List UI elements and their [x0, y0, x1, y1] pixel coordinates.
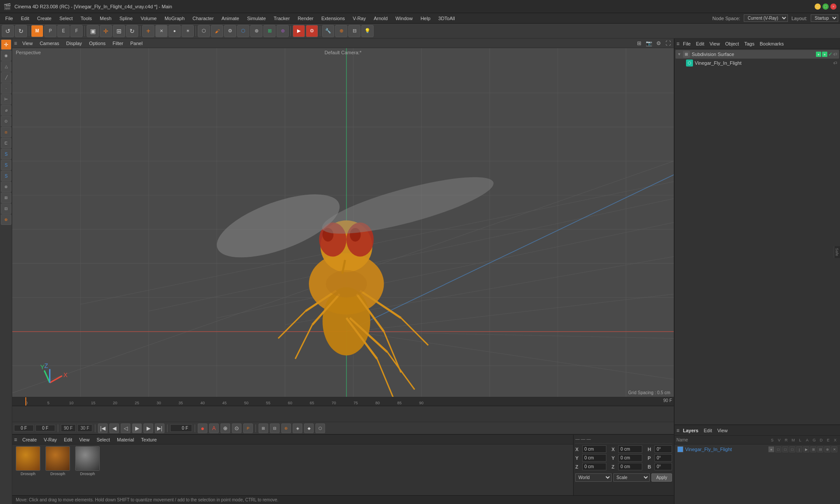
- x-rot-input[interactable]: [618, 445, 642, 453]
- tool-paint[interactable]: ⊕: [1, 214, 11, 225]
- timeline-options-5[interactable]: ◆: [304, 424, 314, 433]
- pos-record-button[interactable]: P: [243, 424, 253, 433]
- world-select[interactable]: World: [575, 473, 612, 482]
- mat-menu-view[interactable]: View: [77, 436, 91, 443]
- vp-icon-camera[interactable]: 📷: [645, 39, 653, 47]
- material-item-2[interactable]: Drosoph: [74, 446, 102, 494]
- close-button[interactable]: ×: [830, 4, 836, 10]
- vp-menu-filter[interactable]: Filter: [111, 40, 125, 47]
- tool-live-select[interactable]: ◉: [1, 50, 11, 61]
- layer-icon-s[interactable]: ●: [768, 446, 774, 452]
- minimize-button[interactable]: −: [815, 4, 821, 10]
- menu-simulate[interactable]: Simulate: [244, 15, 270, 22]
- timeline-ruler[interactable]: 0 5 10 15 20 25 30 35 40 45 50 55 60 65: [12, 397, 674, 406]
- tool-polygon[interactable]: △: [1, 61, 11, 72]
- layer-icon-d[interactable]: ⊟: [817, 446, 823, 452]
- obj-hamburger-icon[interactable]: ≡: [676, 41, 679, 47]
- menu-create[interactable]: Create: [34, 15, 55, 22]
- timeline-options-6[interactable]: ⬡: [315, 424, 325, 433]
- undo-button[interactable]: ↺: [2, 25, 14, 37]
- layer-hamburger-icon[interactable]: ≡: [676, 427, 679, 434]
- timeline-options-2[interactable]: ⊟: [270, 424, 280, 433]
- layer-icon-v[interactable]: □: [775, 446, 781, 452]
- timeline-track[interactable]: [12, 406, 674, 422]
- rotate-tool-button[interactable]: ↻: [126, 25, 138, 37]
- goto-start-button[interactable]: |◀: [98, 424, 108, 433]
- play-button[interactable]: ▶: [132, 424, 142, 433]
- menu-window[interactable]: Window: [392, 15, 416, 22]
- effector-button[interactable]: ⊕: [276, 25, 289, 37]
- select-tool-button[interactable]: ▣: [87, 25, 99, 37]
- camera-button[interactable]: ●: [168, 25, 181, 37]
- viewport[interactable]: ≡ View Cameras Display Options Filter Pa…: [12, 38, 674, 397]
- tool-magnet[interactable]: ⊗: [1, 182, 11, 192]
- object-row-subdivision[interactable]: ▼ ⊞ Subdivision Surface ● ● ✓ 🏷: [676, 50, 839, 59]
- tool-s-pen[interactable]: S: [1, 149, 11, 159]
- vp-menu-cameras[interactable]: Cameras: [38, 40, 61, 47]
- menu-edit[interactable]: Edit: [18, 15, 33, 22]
- play-reverse-button[interactable]: ◁: [121, 424, 130, 433]
- tool-bevel[interactable]: ⊏: [1, 138, 11, 148]
- mat-menu-material[interactable]: Material: [115, 436, 136, 443]
- tool-grid[interactable]: ⊞: [1, 192, 11, 203]
- obj-menu-object[interactable]: Object: [723, 40, 741, 47]
- z-pos-input[interactable]: [582, 463, 606, 470]
- layer-icon-a[interactable]: ▶: [803, 446, 809, 452]
- deform-button[interactable]: ⬡: [237, 25, 249, 37]
- axis-center-button[interactable]: ⊕: [335, 25, 347, 37]
- menu-spline[interactable]: Spline: [116, 15, 136, 22]
- snap-button[interactable]: 🔧: [322, 25, 334, 37]
- tool-bridge[interactable]: ⌀: [1, 105, 11, 116]
- menu-tracker[interactable]: Tracker: [270, 15, 294, 22]
- apply-button[interactable]: Apply: [651, 473, 672, 482]
- tool-loop-sel[interactable]: ⊙: [1, 116, 11, 126]
- timeline-playhead[interactable]: [25, 397, 26, 406]
- object-row-fly[interactable]: ⬡ Vinegar_Fly_In_Flight 🏷: [676, 59, 839, 67]
- render-settings-button[interactable]: ⚙: [306, 25, 318, 37]
- window-controls[interactable]: − □ ×: [815, 4, 836, 10]
- layer-row-fly[interactable]: Vinegar_Fly_In_Flight ● □ □ □ | ▶ ⊞ ⊟ ⊕ …: [676, 445, 839, 453]
- motion-record-button[interactable]: ⊙: [232, 424, 242, 433]
- obj-menu-tags[interactable]: Tags: [742, 40, 756, 47]
- menu-character[interactable]: Character: [189, 15, 217, 22]
- redo-button[interactable]: ↻: [15, 25, 27, 37]
- y-pos-input[interactable]: [582, 454, 606, 462]
- move-tool-button[interactable]: ✛: [100, 25, 112, 37]
- h-input[interactable]: [654, 445, 672, 453]
- mat-menu-create[interactable]: Create: [21, 436, 38, 443]
- vp-icon-expand[interactable]: ⊞: [635, 39, 643, 47]
- z-rot-input[interactable]: [618, 463, 642, 470]
- p-input[interactable]: [654, 454, 672, 462]
- vp-icon-maximize[interactable]: ⛶: [664, 39, 672, 47]
- menu-file[interactable]: File: [2, 15, 17, 22]
- generator-button[interactable]: ⊞: [263, 25, 276, 37]
- record-button[interactable]: ●: [198, 424, 207, 433]
- autokey-button[interactable]: A: [209, 424, 219, 433]
- timeline-options-1[interactable]: ⊞: [259, 424, 268, 433]
- obj-menu-bookmarks[interactable]: Bookmarks: [758, 40, 785, 47]
- sculpt-button[interactable]: ⚙: [224, 25, 236, 37]
- goto-end-button[interactable]: ▶|: [155, 424, 164, 433]
- timeline-options-4[interactable]: ◈: [293, 424, 302, 433]
- cube-button[interactable]: ⬡: [198, 25, 210, 37]
- obj-menu-view[interactable]: View: [708, 40, 722, 47]
- prev-frame-button[interactable]: ◀: [109, 424, 119, 433]
- menu-vray[interactable]: V-Ray: [349, 15, 369, 22]
- layout-select[interactable]: Startup: [811, 14, 838, 22]
- tool-grid2[interactable]: ⊟: [1, 203, 11, 214]
- menu-animate[interactable]: Animate: [218, 15, 242, 22]
- menu-help[interactable]: Help: [417, 15, 434, 22]
- light-button[interactable]: ☀: [182, 25, 194, 37]
- null-button[interactable]: ✕: [155, 25, 168, 37]
- next-frame-button[interactable]: ▶: [144, 424, 153, 433]
- tool-s3[interactable]: S: [1, 171, 11, 181]
- menu-volume[interactable]: Volume: [137, 15, 160, 22]
- render-view-button[interactable]: ▶: [293, 25, 305, 37]
- tool-extrude[interactable]: ⧈: [1, 127, 11, 137]
- tool-move[interactable]: ✛: [1, 39, 11, 50]
- tool-s2[interactable]: S: [1, 160, 11, 170]
- vp-menu-view[interactable]: View: [21, 40, 35, 47]
- keyframe-sel-button[interactable]: ⊕: [220, 424, 230, 433]
- polygon-mode-button[interactable]: F: [70, 25, 83, 37]
- vp-menu-options[interactable]: Options: [87, 40, 107, 47]
